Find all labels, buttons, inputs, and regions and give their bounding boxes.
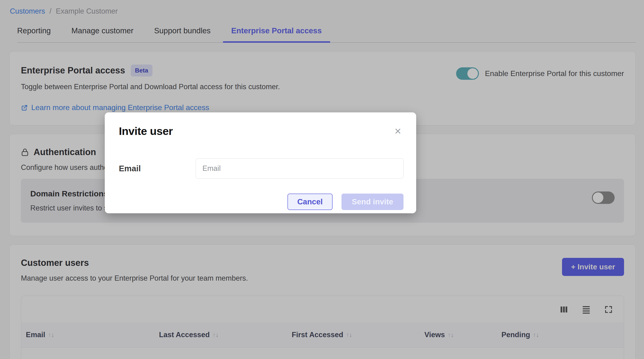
close-icon[interactable]: × bbox=[392, 125, 404, 138]
cancel-button[interactable]: Cancel bbox=[288, 194, 332, 210]
email-label: Email bbox=[119, 164, 196, 173]
invite-user-modal: Invite user × Email Cancel Send invite bbox=[105, 112, 416, 213]
email-field[interactable] bbox=[196, 158, 404, 179]
send-invite-button[interactable]: Send invite bbox=[342, 194, 404, 210]
modal-title: Invite user bbox=[119, 125, 173, 137]
page: Customers / Example Customer Reporting M… bbox=[0, 0, 644, 359]
